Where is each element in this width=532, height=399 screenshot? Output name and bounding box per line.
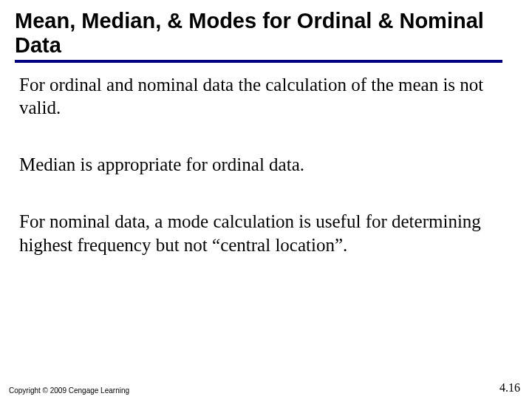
paragraph-3: For nominal data, a mode calculation is … xyxy=(19,210,517,256)
paragraph-1: For ordinal and nominal data the calcula… xyxy=(19,73,517,120)
slide-title: Mean, Median, & Modes for Ordinal & Nomi… xyxy=(15,9,517,58)
paragraph-2: Median is appropriate for ordinal data. xyxy=(19,153,517,176)
slide-body: For ordinal and nominal data the calcula… xyxy=(15,73,517,256)
title-underline xyxy=(15,60,502,63)
page-number: 4.16 xyxy=(499,381,520,395)
footer: Copyright © 2009 Cengage Learning 4.16 xyxy=(9,381,520,395)
slide: Mean, Median, & Modes for Ordinal & Nomi… xyxy=(0,0,532,399)
copyright-text: Copyright © 2009 Cengage Learning xyxy=(9,386,129,395)
